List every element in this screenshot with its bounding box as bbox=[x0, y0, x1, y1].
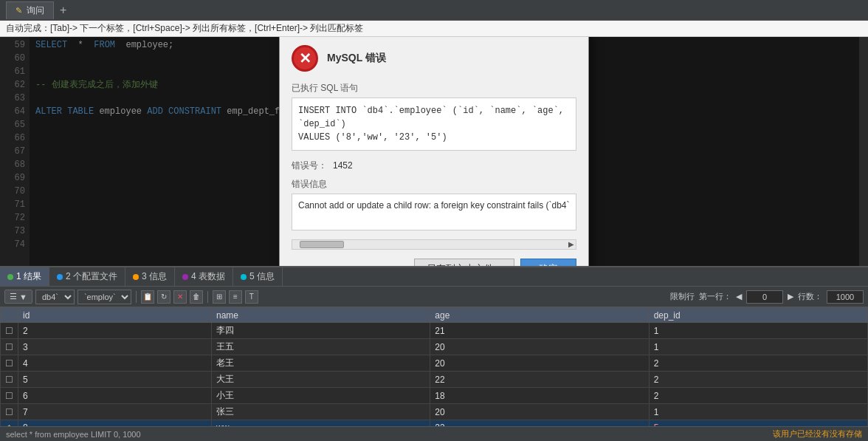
tab-message-label: 5 信息 bbox=[249, 270, 275, 283]
table-row[interactable]: ☐ 7 张三 20 1 bbox=[1, 404, 868, 420]
toolbar-icon-text[interactable]: T bbox=[245, 290, 258, 304]
toolbar-options-btn[interactable]: ☰ ▼ bbox=[4, 290, 32, 304]
sql-section-label: 已执行 SQL 语句 bbox=[292, 82, 576, 95]
save-to-file-button[interactable]: 另存到文本文件... bbox=[414, 259, 514, 267]
cell-name: 小王 bbox=[212, 388, 430, 404]
row-checkbox[interactable]: ☐ bbox=[1, 323, 18, 339]
table-row[interactable]: ☐ 6 小王 18 2 bbox=[1, 388, 868, 404]
table-select[interactable]: `employ` bbox=[78, 290, 131, 304]
page-rows-label: 行数： bbox=[798, 291, 822, 302]
limit-label: 限制行 bbox=[670, 291, 695, 302]
col-id[interactable]: id bbox=[18, 308, 212, 323]
cell-id: 7 bbox=[18, 404, 212, 420]
tab-info[interactable]: 3 信息 bbox=[125, 267, 175, 286]
pagination-next[interactable]: ▶ bbox=[788, 292, 793, 301]
modal-scrollbar-arrow: ▶ bbox=[568, 240, 574, 248]
col-depid[interactable]: dep_id bbox=[649, 308, 867, 323]
table-row[interactable]: ☐ 4 老王 20 2 bbox=[1, 355, 868, 372]
status-left: select * from employee LIMIT 0, 1000 bbox=[6, 430, 141, 439]
title-bar: ✎ 询问 + bbox=[0, 0, 868, 21]
modal-body: ✕ MySQL 错误 已执行 SQL 语句 INSERT INTO `db4`.… bbox=[280, 37, 588, 266]
table-row[interactable]: ☐ 3 王五 20 1 bbox=[1, 339, 868, 355]
tab-info-label: 3 信息 bbox=[142, 270, 167, 283]
toolbar-db-label: ▼ bbox=[19, 293, 27, 301]
query-tab-icon: ✎ bbox=[16, 6, 22, 16]
data-table-container: id name age dep_id ☐ 2 李四 21 1 ☐ 3 王五 bbox=[0, 307, 868, 426]
cell-age: 18 bbox=[430, 388, 649, 404]
modal-header-title: MySQL 错误 bbox=[327, 52, 386, 65]
table-row[interactable]: * 8 ww 23 5 bbox=[1, 420, 868, 427]
page-start-input[interactable] bbox=[746, 290, 783, 304]
ok-button[interactable]: 确定 bbox=[520, 259, 576, 267]
tab-tabledata-label: 4 表数据 bbox=[191, 270, 225, 283]
row-checkbox[interactable]: ☐ bbox=[1, 355, 18, 372]
modal-overlay: MySQL 错误 ✕ ✕ MySQL 错误 已执行 SQL 语句 INSERT … bbox=[0, 37, 868, 266]
db-select[interactable]: db4` bbox=[35, 290, 75, 304]
tab-config-label: 2 个配置文件 bbox=[66, 270, 117, 283]
pagination-prev[interactable]: ◀ bbox=[736, 292, 742, 301]
bottom-panel: 1 结果 2 个配置文件 3 信息 4 表数据 5 信息 ☰ ▼ db4` `e… bbox=[0, 266, 868, 441]
cell-depid: 1 bbox=[649, 404, 867, 420]
toolbar-icon-list[interactable]: ≡ bbox=[229, 290, 242, 304]
cell-depid: 5 bbox=[649, 420, 867, 427]
cell-name: 张三 bbox=[212, 404, 430, 420]
tab-results[interactable]: 1 结果 bbox=[0, 267, 49, 286]
tab-results-label: 1 结果 bbox=[16, 270, 41, 283]
query-tab[interactable]: ✎ 询问 bbox=[6, 1, 54, 19]
status-right: 该用户已经没有没有存储 bbox=[773, 428, 862, 440]
cell-name: 王五 bbox=[212, 339, 430, 355]
cell-age: 20 bbox=[430, 355, 649, 372]
tab-tabledata[interactable]: 4 表数据 bbox=[175, 267, 233, 286]
tab-config[interactable]: 2 个配置文件 bbox=[49, 267, 125, 286]
modal-scrollbar-thumb bbox=[300, 241, 344, 248]
tab-message[interactable]: 5 信息 bbox=[233, 267, 283, 286]
cell-id: 6 bbox=[18, 388, 212, 404]
error-number-label: 错误号： bbox=[292, 160, 327, 172]
page-rows-input[interactable] bbox=[827, 290, 864, 304]
row-checkbox[interactable]: ☐ bbox=[1, 339, 18, 355]
cell-age: 20 bbox=[430, 404, 649, 420]
error-number-row: 错误号： 1452 bbox=[292, 160, 576, 172]
autocomplete-text: 自动完成：[Tab]-> 下一个标签，[Ctrl+Space]-> 列出所有标签… bbox=[6, 22, 363, 35]
tab-tabledata-dot bbox=[182, 274, 188, 280]
error-icon: ✕ bbox=[292, 45, 318, 72]
cell-name: 老王 bbox=[212, 355, 430, 372]
error-message-label: 错误信息 bbox=[292, 178, 576, 191]
toolbar-icon-grid[interactable]: ⊞ bbox=[213, 290, 226, 304]
query-tab-label: 询问 bbox=[27, 4, 44, 17]
table-row[interactable]: ☐ 5 大王 22 2 bbox=[1, 372, 868, 388]
col-name[interactable]: name bbox=[212, 308, 430, 323]
toolbar-icon-add[interactable]: 📋 bbox=[141, 290, 154, 304]
row-checkbox[interactable]: ☐ bbox=[1, 404, 18, 420]
cell-name: ww bbox=[212, 420, 430, 427]
toolbar-sep-1 bbox=[136, 291, 137, 303]
data-table: id name age dep_id ☐ 2 李四 21 1 ☐ 3 王五 bbox=[0, 307, 868, 426]
cell-id: 3 bbox=[18, 339, 212, 355]
row-checkbox[interactable]: ☐ bbox=[1, 388, 18, 404]
cell-age: 22 bbox=[430, 372, 649, 388]
cell-depid: 2 bbox=[649, 372, 867, 388]
toolbar-icon-refresh[interactable]: ↻ bbox=[157, 290, 170, 304]
sql-line-2: VALUES ('8','ww', '23', '5') bbox=[298, 131, 570, 144]
tab-results-dot bbox=[7, 274, 13, 280]
error-number-value: 1452 bbox=[333, 160, 353, 171]
cell-age: 23 bbox=[430, 420, 649, 427]
error-icon-symbol: ✕ bbox=[299, 49, 311, 67]
modal-scrollbar[interactable]: ▶ bbox=[292, 239, 576, 250]
cell-depid: 2 bbox=[649, 355, 867, 372]
add-tab-button[interactable]: + bbox=[54, 1, 72, 19]
toolbar-icon-delete[interactable]: ✕ bbox=[173, 290, 187, 304]
cell-id: 2 bbox=[18, 323, 212, 339]
sql-display: INSERT INTO `db4`.`employee` (`id`, `nam… bbox=[292, 98, 576, 151]
row-checkbox[interactable]: ☐ bbox=[1, 372, 18, 388]
page-start-label: 第一行： bbox=[699, 291, 731, 302]
modal-header-row: ✕ MySQL 错误 bbox=[292, 45, 576, 72]
table-header-row: id name age dep_id bbox=[1, 308, 868, 323]
col-age[interactable]: age bbox=[430, 308, 649, 323]
autocomplete-bar: 自动完成：[Tab]-> 下一个标签，[Ctrl+Space]-> 列出所有标签… bbox=[0, 21, 868, 37]
cell-id: 4 bbox=[18, 355, 212, 372]
cell-depid: 2 bbox=[649, 388, 867, 404]
table-row[interactable]: ☐ 2 李四 21 1 bbox=[1, 323, 868, 339]
toolbar-icon-trash[interactable]: 🗑 bbox=[190, 290, 203, 304]
tab-config-dot bbox=[57, 274, 63, 280]
